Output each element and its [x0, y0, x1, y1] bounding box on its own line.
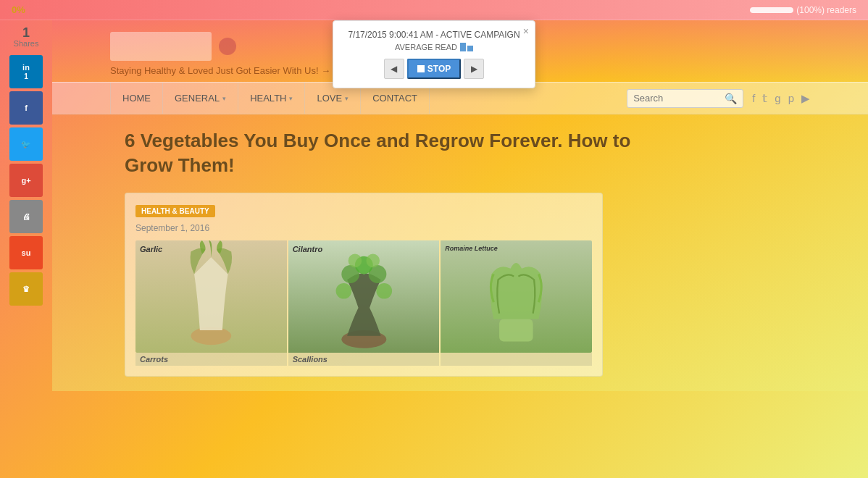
svg-rect-9 — [499, 319, 533, 341]
image-cilantro: Cilantro — [288, 240, 440, 353]
article-date: September 1, 2016 — [135, 223, 592, 233]
image-lettuce: Romaine Lettuce — [441, 240, 592, 353]
facebook-social-icon[interactable]: f — [752, 92, 755, 104]
chevron-down-icon: ▾ — [345, 95, 349, 102]
article-title: 6 Vegetables You Buy Once and Regrow For… — [125, 129, 632, 178]
print-icon: 🖨 — [22, 212, 30, 221]
social-icons: f 𝕥 g p ▶ — [752, 92, 810, 105]
svg-point-8 — [366, 253, 380, 267]
share-button-print[interactable]: 🖨 — [9, 200, 43, 233]
avg-bar-2 — [467, 46, 473, 51]
readers-progress-bar — [750, 7, 793, 13]
pinterest-social-icon[interactable]: p — [788, 92, 794, 104]
garlic-label: Garlic — [140, 245, 162, 253]
lettuce-label: Romaine Lettuce — [445, 245, 498, 252]
cilantro-label: Cilantro — [293, 245, 323, 253]
stumbleupon-icon: su — [22, 248, 31, 257]
shares-text: Shares — [14, 39, 39, 48]
nav-item-health[interactable]: HEALTH ▾ — [238, 83, 305, 114]
bottom-label-empty — [441, 353, 592, 366]
shares-count-label: 1 Shares — [14, 20, 39, 54]
nav-item-general[interactable]: GENERAL ▾ — [163, 83, 238, 114]
search-input[interactable] — [633, 93, 720, 104]
popup-next-button[interactable]: ▶ — [464, 59, 484, 79]
popup-controls: ◀ STOP ▶ — [348, 59, 520, 79]
share-button-twitter[interactable]: 🐦 — [9, 127, 43, 161]
popup-close-button[interactable]: × — [523, 25, 529, 37]
bottom-label-scallions: Scallions — [288, 353, 440, 366]
linkedin-icon: in — [22, 63, 30, 72]
article-tag: HEALTH & BEAUTY — [135, 205, 215, 217]
avg-bar-1 — [460, 43, 466, 51]
svg-point-5 — [335, 282, 351, 298]
google-icon: g+ — [21, 176, 30, 185]
popup-prev-button[interactable]: ◀ — [384, 59, 404, 79]
progress-indicator: 0% — [12, 4, 25, 15]
lettuce-illustration — [441, 240, 592, 353]
readers-label: (100%) readers — [796, 5, 856, 15]
main-content: 6 Vegetables You Buy Once and Regrow For… — [52, 114, 868, 391]
campaign-popup: × 7/17/2015 9:00:41 AM - ACTIVE CAMPAIGN… — [333, 20, 535, 88]
avg-read-bars — [460, 43, 473, 51]
search-button[interactable]: 🔍 — [725, 93, 737, 104]
share-button-linkedin[interactable]: in 1 — [9, 55, 43, 88]
cilantro-illustration — [288, 240, 440, 353]
logo-accent — [219, 38, 236, 55]
twitter-icon: 🐦 — [21, 140, 31, 149]
image-garlic: Garlic — [135, 240, 287, 353]
stop-icon — [417, 65, 425, 72]
nav-right: 🔍 f 𝕥 g p ▶ — [627, 89, 810, 108]
popup-avg-read: AVERAGE READ — [348, 43, 520, 51]
article-card: HEALTH & BEAUTY September 1, 2016 Garlic — [125, 193, 603, 377]
chevron-down-icon: ▾ — [289, 95, 293, 102]
shares-count: 1 — [14, 26, 39, 39]
share-button-google[interactable]: g+ — [9, 164, 43, 197]
popup-stop-button[interactable]: STOP — [407, 59, 461, 79]
google-social-icon[interactable]: g — [775, 92, 780, 104]
article-image-grid: Garlic Cilantro — [135, 240, 592, 353]
top-bar: 0% (100%) readers — [0, 0, 868, 20]
youtube-social-icon[interactable]: ▶ — [801, 92, 810, 105]
bottom-label-carrots: Carrots — [135, 353, 287, 366]
popup-title: 7/17/2015 9:00:41 AM - ACTIVE CAMPAIGN — [348, 30, 520, 40]
share-button-crown[interactable]: ♛ — [9, 272, 43, 306]
linkedin-count: 1 — [24, 72, 28, 80]
facebook-icon: f — [25, 104, 28, 112]
readers-fill — [750, 7, 793, 13]
share-button-stumbleupon[interactable]: su — [9, 236, 43, 269]
search-box: 🔍 — [627, 89, 743, 108]
crown-icon: ♛ — [22, 285, 30, 294]
chevron-down-icon: ▾ — [222, 95, 226, 102]
readers-info: (100%) readers — [750, 5, 856, 15]
nav-item-home[interactable]: HOME — [110, 83, 163, 114]
twitter-social-icon[interactable]: 𝕥 — [762, 92, 767, 105]
garlic-illustration — [135, 240, 287, 353]
svg-point-7 — [348, 253, 362, 267]
article-bottom-labels: Carrots Scallions — [135, 353, 592, 366]
site-logo — [110, 32, 212, 61]
share-button-facebook[interactable]: f — [9, 91, 43, 125]
svg-point-6 — [376, 282, 392, 298]
shares-sidebar: 1 Shares in 1 f 🐦 g+ 🖨 su ♛ — [0, 20, 52, 307]
